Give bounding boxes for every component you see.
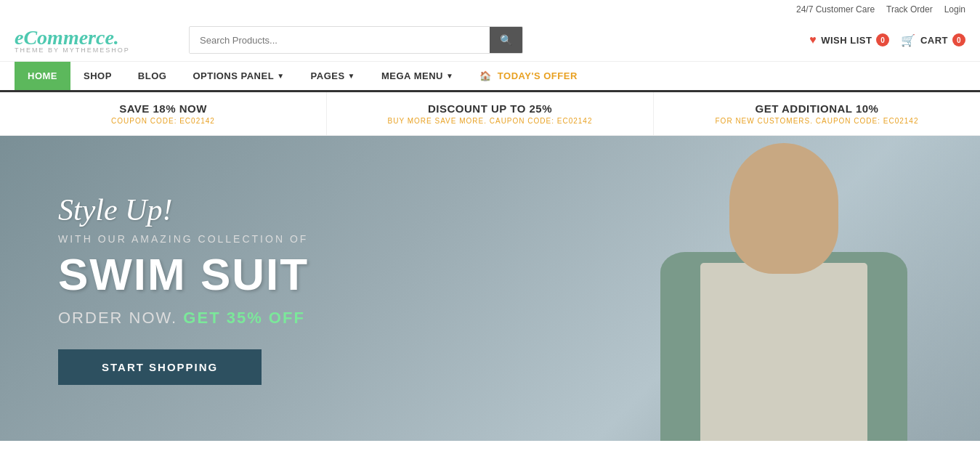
hero-main-text: SWIM SUIT [58, 252, 309, 297]
promo-item-3: GET ADDITIONAL 10% FOR NEW CUSTOMERS. CA… [654, 92, 980, 135]
nav-shop[interactable]: SHOP [70, 62, 125, 90]
nav-blog[interactable]: BLOG [125, 62, 180, 90]
hero-shirt-inner [700, 263, 867, 441]
promo-bar: SAVE 18% NOW COUPON CODE: EC02142 DISCOU… [0, 92, 980, 136]
promo-item-2: DISCOUNT UP TO 25% BUY MORE SAVE MORE. C… [327, 92, 654, 135]
wishlist-label: WISH LIST [821, 35, 872, 46]
promo-sub-1: COUPON CODE: EC02142 [7, 117, 319, 125]
cart-label: CART [920, 35, 948, 46]
house-icon: 🏠 [479, 70, 492, 81]
chevron-down-icon: ▼ [348, 72, 355, 80]
hero-order-text: ORDER NOW. GET 35% OFF [58, 309, 309, 328]
wishlist-badge: 0 [876, 33, 889, 46]
promo-sub-2: BUY MORE SAVE MORE. CAUPON CODE: EC02142 [334, 117, 646, 125]
cart-badge: 0 [952, 33, 965, 46]
nav-todays-offer[interactable]: 🏠 TODAY'S OFFER [466, 62, 591, 90]
hero-sub-text: WITH OUR AMAZING COLLECTION OF [58, 233, 309, 245]
logo-subtitle: THEME BY MYTHEMESHOP [15, 46, 174, 54]
promo-title-2: DISCOUNT UP TO 25% [334, 102, 646, 115]
logo[interactable]: eCommerce. THEME BY MYTHEMESHOP [15, 26, 174, 54]
search-input[interactable] [190, 28, 490, 53]
cart-button[interactable]: 🛒 CART 0 [901, 33, 965, 47]
hero-tagline: Style Up! [58, 192, 309, 227]
nav-mega-menu[interactable]: MEGA MENU ▼ [368, 62, 466, 90]
nav-pages[interactable]: PAGES ▼ [298, 62, 368, 90]
wishlist-button[interactable]: ♥ WISH LIST 0 [809, 33, 889, 46]
header-actions: ♥ WISH LIST 0 🛒 CART 0 [809, 33, 965, 47]
promo-sub-3: FOR NEW CUSTOMERS. CAUPON CODE: EC02142 [661, 117, 973, 125]
promo-item-1: SAVE 18% NOW COUPON CODE: EC02142 [0, 92, 327, 135]
login-link[interactable]: Login [944, 4, 965, 15]
hero-content: Style Up! WITH OUR AMAZING COLLECTION OF… [0, 192, 367, 385]
nav-options-panel[interactable]: OPTIONS PANEL ▼ [179, 62, 297, 90]
hero-person-area [486, 136, 980, 441]
nav-home[interactable]: HOME [15, 62, 70, 90]
chevron-down-icon: ▼ [446, 72, 453, 80]
customer-care-link[interactable]: 24/7 Customer Care [796, 4, 875, 15]
main-nav: HOME SHOP BLOG OPTIONS PANEL ▼ PAGES ▼ M… [0, 61, 980, 92]
hero-head [729, 143, 838, 274]
search-button[interactable]: 🔍 [490, 27, 522, 53]
track-order-link[interactable]: Track Order [886, 4, 933, 15]
search-area: 🔍 [189, 26, 523, 54]
header: eCommerce. THEME BY MYTHEMESHOP 🔍 ♥ WISH… [0, 19, 980, 61]
hero-order-label: ORDER NOW. [58, 309, 177, 327]
hero-discount: GET 35% OFF [183, 309, 304, 327]
hero-section: Style Up! WITH OUR AMAZING COLLECTION OF… [0, 136, 980, 441]
hero-cta-button[interactable]: START SHOPPING [58, 349, 262, 385]
cart-icon: 🛒 [901, 33, 916, 47]
chevron-down-icon: ▼ [277, 72, 284, 80]
promo-title-1: SAVE 18% NOW [7, 102, 319, 115]
top-bar: 24/7 Customer Care Track Order Login [0, 0, 980, 19]
promo-title-3: GET ADDITIONAL 10% [661, 102, 973, 115]
heart-icon: ♥ [809, 33, 817, 46]
